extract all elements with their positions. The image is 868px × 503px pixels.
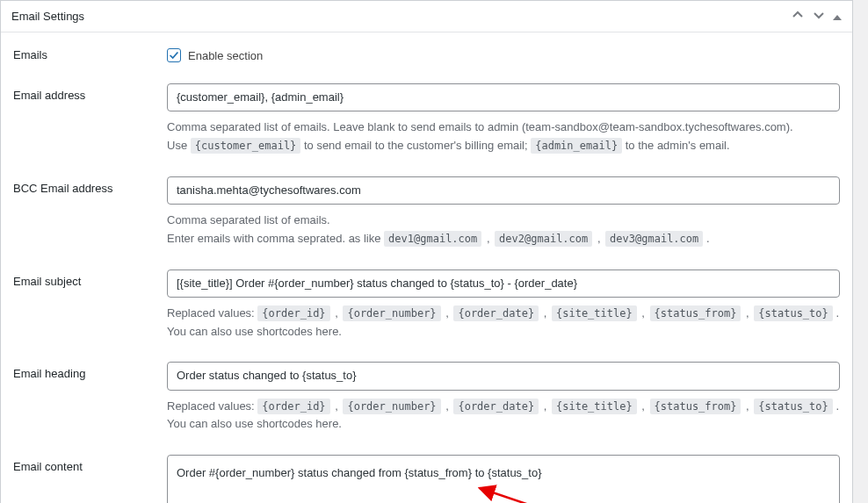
row-subject: Email subject Replaced values: {order_id… bbox=[13, 269, 840, 341]
help-line: Use {customer_email} to send email to th… bbox=[167, 137, 840, 155]
email-address-help: Comma separated list of emails. Leave bl… bbox=[167, 119, 840, 155]
label-bcc: BCC Email address bbox=[13, 176, 167, 195]
subject-input[interactable] bbox=[167, 269, 840, 298]
enable-section-checkbox[interactable] bbox=[167, 48, 181, 62]
code-tag: dev2@gmail.com bbox=[495, 231, 592, 247]
code-tag: {status_to} bbox=[754, 399, 832, 414]
row-bcc: BCC Email address Comma separated list o… bbox=[13, 176, 840, 248]
label-heading: Email heading bbox=[13, 362, 167, 380]
email-address-input[interactable] bbox=[167, 83, 840, 111]
email-settings-panel: Email Settings Emails Enable section bbox=[0, 0, 853, 503]
code-tag: {status_to} bbox=[754, 305, 832, 321]
code-tag: {admin_email} bbox=[531, 138, 622, 154]
heading-help: Replaced values: {order_id} , {order_num… bbox=[167, 398, 840, 435]
row-content: Email content bbox=[13, 455, 840, 503]
collapse-icon[interactable] bbox=[833, 9, 842, 25]
panel-header: Email Settings bbox=[1, 1, 852, 32]
heading-input[interactable] bbox=[167, 362, 840, 390]
code-tag: {site_title} bbox=[552, 305, 637, 321]
content-textarea[interactable] bbox=[167, 455, 840, 503]
code-tag: {order_date} bbox=[453, 399, 539, 414]
help-line: Comma separated list of emails. Leave bl… bbox=[167, 119, 840, 137]
row-emails: Emails Enable section bbox=[13, 43, 840, 62]
code-tag: {customer_email} bbox=[191, 138, 301, 154]
help-line: Enter emails with comma seprated. as lik… bbox=[167, 230, 840, 248]
code-tag: {site_title} bbox=[552, 399, 637, 414]
enable-section-checkbox-wrap: Enable section bbox=[167, 43, 840, 62]
code-tag: {order_id} bbox=[257, 399, 329, 414]
code-tag: {status_from} bbox=[650, 305, 741, 321]
code-tag: {status_from} bbox=[650, 399, 741, 414]
label-subject: Email subject bbox=[13, 269, 167, 288]
label-content: Email content bbox=[13, 455, 167, 473]
code-tag: {order_number} bbox=[343, 305, 440, 321]
panel-controls bbox=[791, 8, 842, 25]
label-email-address: Email address bbox=[13, 83, 167, 102]
code-tag: {order_date} bbox=[453, 305, 539, 321]
code-tag: dev1@gmail.com bbox=[384, 231, 481, 247]
label-emails: Emails bbox=[13, 43, 167, 61]
enable-section-label: Enable section bbox=[188, 49, 263, 62]
row-heading: Email heading Replaced values: {order_id… bbox=[13, 362, 840, 434]
subject-help: Replaced values: {order_id} , {order_num… bbox=[167, 305, 840, 341]
row-email-address: Email address Comma separated list of em… bbox=[13, 83, 840, 155]
panel-title: Email Settings bbox=[11, 10, 84, 23]
panel-body: Emails Enable section Email address Comm… bbox=[1, 32, 852, 503]
bcc-help: Comma separated list of emails. Enter em… bbox=[167, 212, 840, 248]
code-tag: dev3@gmail.com bbox=[605, 231, 703, 247]
bcc-input[interactable] bbox=[167, 176, 840, 205]
move-down-icon[interactable] bbox=[812, 8, 826, 25]
help-line: Comma separated list of emails. bbox=[167, 212, 840, 230]
move-up-icon[interactable] bbox=[791, 8, 805, 25]
code-tag: {order_id} bbox=[257, 305, 329, 321]
code-tag: {order_number} bbox=[343, 399, 440, 414]
